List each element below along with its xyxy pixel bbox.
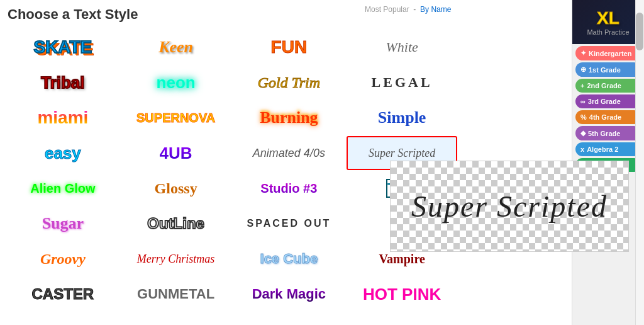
grade-icon-4th: %	[580, 113, 587, 121]
grade-label-kindergarten: Kindergarten	[589, 50, 631, 57]
style-text-white: White	[386, 39, 418, 55]
grade-icon-3rd: ∞	[580, 98, 586, 105]
style-item-supernova[interactable]: SUPERNOVA	[121, 101, 231, 135]
grade-label-3rd: 3rd Grade	[588, 98, 621, 105]
style-text-gunmetal: GUNMETAL	[137, 286, 214, 302]
style-item-white[interactable]: White	[347, 30, 457, 64]
grade-label-algebra: Algebra 2	[587, 145, 618, 153]
style-text-animated: Animated 4/0s	[253, 147, 325, 160]
grade-icon-1st: ⊕	[580, 66, 586, 74]
preview-checkerboard: Super Scripted	[391, 161, 628, 251]
sort-by-name-link[interactable]: By Name	[420, 5, 451, 14]
grade-btn-1st[interactable]: ⊕1st Grade	[575, 62, 641, 77]
grade-label-1st: 1st Grade	[589, 66, 621, 74]
grade-buttons-container: ✦Kindergarten⊕1st Grade+2nd Grade∞3rd Gr…	[572, 46, 644, 172]
style-text-hotpink: HOT PINK	[363, 285, 441, 304]
style-text-fun: FUN	[271, 37, 308, 57]
style-text-miami: miami	[37, 108, 88, 128]
style-text-superscripted: Super Scripted	[369, 147, 435, 160]
style-item-miami[interactable]: miami	[8, 101, 118, 135]
style-item-neon[interactable]: neon	[121, 66, 231, 100]
style-text-spacedout: SPACED OUT	[247, 218, 331, 229]
style-text-groovy: Groovy	[40, 251, 86, 268]
style-item-icecube[interactable]: Ice Cube	[234, 242, 345, 276]
style-text-darkmagic: Dark Magic	[252, 286, 326, 302]
style-item-glossy[interactable]: Glossy	[121, 171, 231, 205]
style-item-outline[interactable]: OutLine	[121, 207, 231, 241]
grade-label-2nd: 2nd Grade	[587, 82, 621, 89]
style-item-burning[interactable]: Burning	[234, 101, 345, 135]
style-item-skate[interactable]: SKATE	[8, 30, 118, 64]
style-text-neon: neon	[157, 73, 196, 93]
grade-icon-algebra: x	[580, 145, 584, 153]
style-text-sugar: Sugar	[42, 214, 84, 233]
style-item-gunmetal[interactable]: GUNMETAL	[121, 277, 231, 311]
style-item-sugar[interactable]: Sugar	[8, 207, 118, 241]
style-item-darkmagic[interactable]: Dark Magic	[234, 277, 345, 311]
style-text-goldtrim: Gold Trim	[258, 74, 320, 91]
style-item-hotpink[interactable]: HOT PINK	[347, 277, 457, 311]
page-title: Choose a Text Style	[8, 6, 564, 23]
style-text-burning: Burning	[260, 108, 318, 127]
scrollbar-thumb[interactable]	[636, 13, 643, 50]
style-text-caster: CASTER	[32, 285, 94, 303]
preview-popup: Super Scripted	[390, 161, 629, 252]
grade-btn-algebra[interactable]: xAlgebra 2	[575, 142, 641, 156]
math-banner-title: Math Practice	[587, 28, 629, 36]
style-text-legal: LEGAL	[372, 74, 433, 91]
grade-label-5th: 5th Grade	[588, 130, 620, 137]
style-item-easy[interactable]: easy	[8, 136, 118, 170]
grade-btn-2nd[interactable]: +2nd Grade	[575, 79, 641, 93]
style-item-merrychristmas[interactable]: Merry Christmas	[121, 242, 231, 276]
style-text-glossy: Glossy	[155, 180, 197, 197]
grade-btn-kindergarten[interactable]: ✦Kindergarten	[575, 46, 641, 60]
grade-btn-3rd[interactable]: ∞3rd Grade	[575, 94, 641, 108]
style-text-alienglow: Alien Glow	[30, 181, 95, 196]
style-text-4ub: 4UB	[160, 144, 192, 163]
preview-text: Super Scripted	[411, 189, 608, 224]
sort-bar: Most Popular - By Name	[365, 5, 451, 14]
style-item-groovy[interactable]: Groovy	[8, 242, 118, 276]
scrollbar[interactable]	[635, 0, 644, 325]
style-item-simple[interactable]: Simple	[347, 101, 457, 135]
style-item-legal[interactable]: LEGAL	[347, 66, 457, 100]
style-item-studio[interactable]: Studio #3	[234, 171, 345, 205]
style-item-4ub[interactable]: 4UB	[121, 136, 231, 170]
style-item-spacedout[interactable]: SPACED OUT	[234, 207, 345, 241]
style-item-alienglow[interactable]: Alien Glow	[8, 171, 118, 205]
style-text-icecube: Ice Cube	[260, 251, 318, 267]
math-banner[interactable]: XL Math Practice	[572, 0, 644, 44]
grade-icon-5th: ◆	[580, 129, 586, 137]
style-text-merrychristmas: Merry Christmas	[137, 253, 215, 266]
style-item-caster[interactable]: CASTER	[8, 277, 118, 311]
style-text-easy: easy	[45, 144, 81, 163]
grade-icon-kindergarten: ✦	[580, 49, 586, 57]
style-text-tribal: Tribal	[41, 73, 84, 93]
math-banner-xl: XL	[597, 8, 619, 28]
grade-btn-4th[interactable]: %4th Grade	[575, 110, 641, 124]
style-item-fun[interactable]: FUN	[234, 30, 345, 64]
style-text-keen: Keen	[158, 38, 193, 57]
style-text-studio: Studio #3	[260, 181, 317, 196]
style-item-tribal[interactable]: Tribal	[8, 66, 118, 100]
style-text-skate: SKATE	[33, 37, 92, 57]
style-item-goldtrim[interactable]: Gold Trim	[234, 66, 345, 100]
grade-label-4th: 4th Grade	[589, 113, 621, 121]
style-text-supernova: SUPERNOVA	[136, 111, 215, 125]
style-text-outline: OutLine	[147, 215, 204, 232]
grade-btn-5th[interactable]: ◆5th Grade	[575, 126, 641, 140]
style-item-keen[interactable]: Keen	[121, 30, 231, 64]
sort-popular-label: Most Popular	[365, 5, 409, 14]
style-text-vampire: Vampire	[379, 252, 425, 266]
style-text-simple: Simple	[378, 108, 426, 127]
grade-icon-2nd: +	[580, 82, 584, 89]
style-item-animated[interactable]: Animated 4/0s	[234, 136, 345, 170]
